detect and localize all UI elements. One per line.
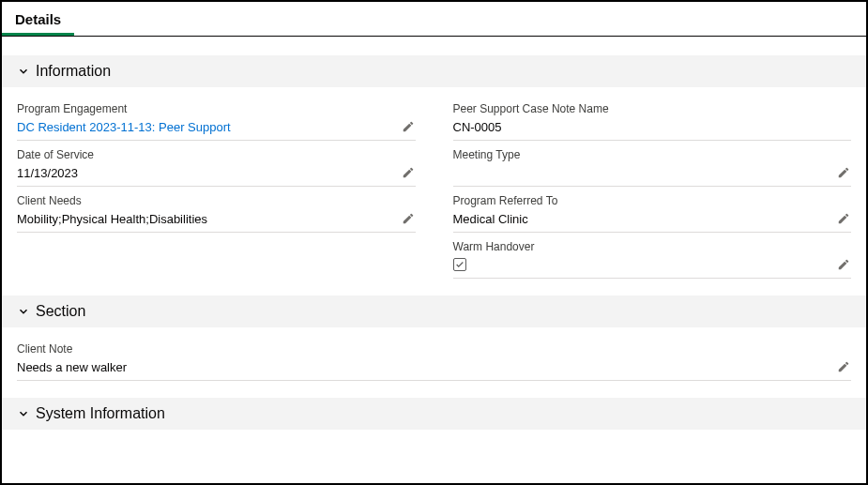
pencil-icon[interactable] (836, 211, 851, 226)
chevron-down-icon (17, 305, 30, 318)
field-label: Client Note (17, 342, 851, 356)
section-header-information[interactable]: Information (2, 55, 866, 87)
field-label: Program Referred To (453, 194, 852, 207)
field-client-note: Client Note Needs a new walker (17, 342, 851, 381)
field-value: Mobility;Physical Health;Disabilities (17, 212, 401, 226)
details-panel: Details Information Program Engagement D… (0, 0, 868, 485)
field-label: Meeting Type (453, 148, 852, 161)
field-label: Client Needs (17, 194, 416, 207)
pencil-icon[interactable] (401, 211, 416, 226)
pencil-icon[interactable] (836, 165, 851, 180)
field-meeting-type: Meeting Type (453, 148, 852, 187)
pencil-icon[interactable] (401, 119, 416, 134)
section-body-information: Program Engagement DC Resident 2023-11-1… (2, 87, 866, 296)
section-title: Information (36, 63, 111, 80)
field-warm-handover: Warm Handover (453, 240, 852, 279)
field-value: 11/13/2023 (17, 166, 401, 180)
section-body-section: Client Note Needs a new walker (2, 327, 866, 398)
tab-details[interactable]: Details (2, 2, 74, 36)
chevron-down-icon (17, 407, 30, 420)
field-client-needs: Client Needs Mobility;Physical Health;Di… (17, 194, 416, 233)
pencil-icon[interactable] (401, 165, 416, 180)
field-label: Date of Service (17, 148, 416, 161)
field-label: Peer Support Case Note Name (453, 102, 852, 115)
section-title: Section (36, 303, 85, 320)
tab-bar: Details (2, 2, 866, 37)
checkbox-icon (453, 258, 466, 271)
section-header-section[interactable]: Section (2, 296, 866, 327)
field-case-note-name: Peer Support Case Note Name CN-0005 (453, 102, 852, 141)
section-header-system[interactable]: System Information (2, 398, 866, 430)
field-label: Warm Handover (453, 240, 852, 253)
field-value: Medical Clinic (453, 212, 837, 226)
pencil-icon[interactable] (836, 359, 851, 374)
program-engagement-link[interactable]: DC Resident 2023-11-13: Peer Support (17, 120, 401, 134)
field-date-of-service: Date of Service 11/13/2023 (17, 148, 416, 187)
pencil-icon[interactable] (836, 257, 851, 272)
field-label: Program Engagement (17, 102, 416, 115)
field-program-engagement: Program Engagement DC Resident 2023-11-1… (17, 102, 416, 141)
chevron-down-icon (17, 65, 30, 78)
field-value (453, 258, 837, 272)
field-value: Needs a new walker (17, 360, 836, 374)
field-value: CN-0005 (453, 120, 852, 134)
field-program-referred: Program Referred To Medical Clinic (453, 194, 852, 233)
section-title: System Information (36, 405, 165, 422)
